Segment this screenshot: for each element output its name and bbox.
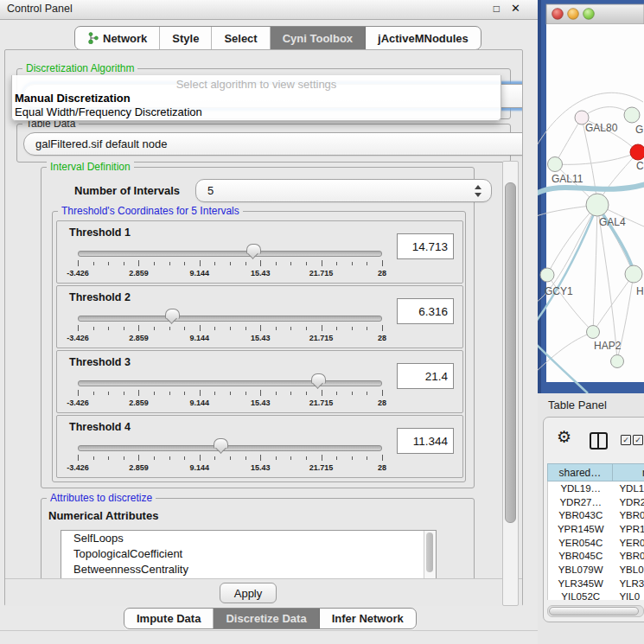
node-gal4[interactable] <box>586 194 609 216</box>
cell-shared-name[interactable]: YBL079W <box>548 563 613 577</box>
tab-cyni-toolbox[interactable]: Cyni Toolbox <box>271 27 366 49</box>
slider-track[interactable] <box>78 316 382 322</box>
list-scrollbar-thumb[interactable] <box>426 532 433 572</box>
column-header-name[interactable]: n <box>613 464 644 481</box>
node-hap2[interactable] <box>587 326 600 339</box>
node-gcy1[interactable] <box>540 268 554 282</box>
tab-infer-network[interactable]: Infer Network <box>320 609 416 628</box>
table-row[interactable]: YPR145W YPR1 <box>548 522 644 536</box>
cell-name[interactable]: YER0 <box>613 536 644 550</box>
tab-style[interactable]: Style <box>160 27 212 49</box>
slider-scale-labels: -3.426 2.859 9.144 15.43 21.715 28 <box>78 463 382 474</box>
mac-close-button[interactable] <box>552 9 564 20</box>
cell-name[interactable]: YBR0 <box>613 508 644 522</box>
cell-shared-name[interactable]: YDL19… <box>548 481 613 495</box>
mac-zoom-button[interactable] <box>583 9 595 20</box>
table-hscrollbar-thumb[interactable] <box>549 607 639 615</box>
threshold-2-value-input[interactable] <box>397 298 454 324</box>
settings-gear-icon[interactable]: ⚙ <box>557 428 571 447</box>
threshold-1-value-input[interactable] <box>397 233 454 259</box>
number-of-intervals-combobox[interactable]: 5 <box>195 179 492 202</box>
slider-track[interactable] <box>78 380 382 386</box>
bottom-tab-bar: Impute Data Discretize Data Infer Networ… <box>124 608 417 629</box>
tab-select[interactable]: Select <box>212 27 270 49</box>
slider-thumb[interactable] <box>246 244 261 254</box>
node-table: shared… n YDL19… YDL1 YDR27… YDR2 YBR043… <box>547 463 644 600</box>
cell-shared-name[interactable]: YLR345W <box>548 577 613 590</box>
cell-name[interactable]: YBR0 <box>613 549 644 563</box>
slider-track[interactable] <box>78 445 382 451</box>
cell-shared-name[interactable]: YIL052C <box>548 590 613 601</box>
cell-name[interactable]: YDL1 <box>613 481 644 495</box>
slider-thumb[interactable] <box>165 309 180 319</box>
threshold-4-value-input[interactable] <box>397 428 454 454</box>
threshold-2-slider[interactable]: -3.426 2.859 9.144 15.43 21.715 28 <box>78 307 382 345</box>
cell-shared-name[interactable]: YPR145W <box>548 522 613 536</box>
cyni-toolbox-panel: Discretization Algorithm Select algorith… <box>4 49 523 606</box>
numerical-attributes-list[interactable]: SelfLoops TopologicalCoefficient Between… <box>61 530 437 578</box>
checkbox-icon-2[interactable]: ✓ <box>633 435 643 445</box>
tab-network[interactable]: Network <box>75 27 160 49</box>
table-row[interactable]: YDR27… YDR2 <box>548 495 644 509</box>
table-horizontal-scrollbar[interactable] <box>547 605 644 617</box>
table-rows[interactable]: YDL19… YDL1 YDR27… YDR2 YBR043C YBR0 YPR… <box>547 481 644 600</box>
control-panel: Control Panel □ ✕ Network Style Select C… <box>0 0 538 644</box>
cell-name[interactable]: YIL0 <box>613 590 644 601</box>
list-item-betweennesscentrality[interactable]: BetweennessCentrality <box>61 562 436 577</box>
tab-jactivemnodules[interactable]: jActiveMNodules <box>366 27 481 49</box>
list-item-topologicalcoefficient[interactable]: TopologicalCoefficient <box>61 546 436 562</box>
panel-scrollbar[interactable] <box>502 161 519 606</box>
cell-shared-name[interactable]: YBR043C <box>548 508 613 522</box>
table-row[interactable]: YLR345W YLR3 <box>548 577 644 590</box>
apply-button[interactable]: Apply <box>220 583 277 603</box>
close-icon[interactable]: ✕ <box>511 2 520 15</box>
node-red-selected[interactable] <box>630 144 644 160</box>
threshold-3-slider[interactable]: -3.426 2.859 9.144 15.43 21.715 28 <box>78 372 382 410</box>
mac-minimize-button[interactable] <box>568 9 579 20</box>
cell-shared-name[interactable]: YER054C <box>548 536 613 550</box>
table-row[interactable]: YER054C YER0 <box>548 536 644 550</box>
panel-title: Control Panel <box>7 3 73 15</box>
interval-definition-group: Interval Definition Number of Intervals … <box>41 167 475 488</box>
node-h[interactable] <box>625 265 642 283</box>
tab-discretize-data[interactable]: Discretize Data <box>214 609 319 628</box>
list-scrollbar[interactable] <box>424 531 436 578</box>
scale-label: 9.144 <box>190 399 210 407</box>
cell-shared-name[interactable]: YDR27… <box>548 495 613 509</box>
checkbox-icon-1[interactable]: ✓ <box>621 435 631 445</box>
algorithm-dropdown-popup: Select algorithm to view settings Manual… <box>11 75 501 121</box>
cell-name[interactable]: YPR1 <box>613 522 644 536</box>
cell-shared-name[interactable]: YBR045C <box>548 549 613 563</box>
network-canvas-svg[interactable]: GAL80 G C GAL11 GAL4 GCY1 H HAP2 <box>538 0 644 393</box>
table-data-combobox[interactable]: galFiltered.sif default node <box>23 132 522 156</box>
threshold-3-value-input[interactable] <box>397 363 454 389</box>
threshold-1-slider[interactable]: -3.426 2.859 9.144 15.43 21.715 28 <box>78 242 382 280</box>
cell-name[interactable]: YDR2 <box>613 495 644 509</box>
table-row[interactable]: YIL052C YIL0 <box>548 590 644 601</box>
table-panel-card: ⚙ ✓ ✓ shared… n YDL19… YDL1 YDR27… YDR2 … <box>543 417 644 622</box>
popup-option-manual[interactable]: Manual Discretization <box>15 92 131 105</box>
threshold-4-slider[interactable]: -3.426 2.859 9.144 15.43 21.715 28 <box>78 437 382 475</box>
panel-scrollbar-thumb[interactable] <box>505 182 516 523</box>
tab-impute-data[interactable]: Impute Data <box>124 609 214 628</box>
split-view-icon[interactable] <box>590 432 608 450</box>
slider-thumb[interactable] <box>311 373 326 384</box>
popup-option-equal-width[interactable]: Equal Width/Frequency Discretization <box>15 105 202 118</box>
node-partial-top[interactable] <box>624 107 640 123</box>
table-row[interactable]: YBL079W YBL0 <box>548 563 644 577</box>
node-gal11[interactable] <box>548 157 563 172</box>
label-gal4: GAL4 <box>599 216 626 228</box>
table-row[interactable]: YDL19… YDL1 <box>548 481 644 495</box>
label-h: H <box>636 285 644 297</box>
table-row[interactable]: YBR043C YBR0 <box>548 508 644 522</box>
cell-name[interactable]: YBL0 <box>613 563 644 577</box>
table-row[interactable]: YBR045C YBR0 <box>548 549 644 563</box>
list-item-selfloops[interactable]: SelfLoops <box>61 531 436 546</box>
slider-track[interactable] <box>78 251 382 257</box>
column-header-shared-name[interactable]: shared… <box>548 464 613 481</box>
slider-thumb[interactable] <box>214 438 228 449</box>
node-bottom[interactable] <box>611 355 624 368</box>
cell-name[interactable]: YLR3 <box>613 577 644 590</box>
float-window-icon[interactable]: □ <box>494 3 500 15</box>
network-view-window[interactable]: GAL80 G C GAL11 GAL4 GCY1 H HAP2 <box>538 0 644 393</box>
